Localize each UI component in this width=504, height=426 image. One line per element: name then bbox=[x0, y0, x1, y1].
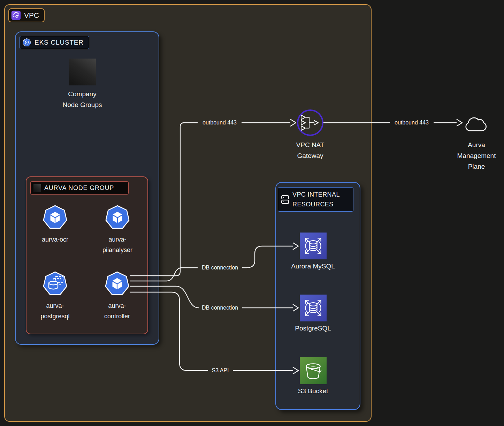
aurva-node-group-label: AURVA NODE GROUP bbox=[30, 181, 129, 195]
pod-aurva-controller-icon bbox=[104, 271, 130, 298]
pod-label-line: aurva- bbox=[84, 234, 151, 245]
aurora-mysql-icon bbox=[300, 233, 327, 259]
eks-cluster-label: EKS CLUSTER bbox=[20, 36, 89, 49]
pod-label-line: aurva-ocr bbox=[22, 234, 88, 245]
vpc-internal-resources-label-text: VPC INTERNAL RESOURCES bbox=[292, 190, 340, 209]
edge-label-outbound-443-nat: outbound 443 bbox=[203, 120, 237, 126]
pod-label-line: postgresql bbox=[22, 311, 88, 321]
internal-label-line1: VPC INTERNAL bbox=[292, 190, 340, 199]
architecture-diagram: VPC EKS CLUSTER Comp bbox=[0, 0, 504, 426]
edge-label-outbound-443-mgmt: outbound 443 bbox=[395, 120, 429, 126]
mgmt-label-line: Plane bbox=[442, 161, 504, 172]
company-node-groups-image bbox=[69, 59, 96, 85]
vpc-nat-gateway-label: VPC NAT Gateway bbox=[275, 139, 345, 161]
mgmt-label-line: Management bbox=[442, 150, 504, 161]
pod-aurva-postgresql-label: aurva- postgresql bbox=[22, 301, 88, 321]
kubernetes-icon bbox=[22, 38, 31, 47]
vpc-label: VPC bbox=[8, 8, 45, 22]
pod-aurva-piianalyser-icon bbox=[104, 204, 131, 232]
pod-label-line: controller bbox=[84, 311, 150, 321]
nat-label-line: Gateway bbox=[275, 150, 345, 161]
pod-label-line: aurva- bbox=[22, 301, 88, 311]
company-node-groups-line1: Company bbox=[47, 89, 117, 99]
pod-aurva-ocr-label: aurva-ocr bbox=[22, 234, 88, 245]
pod-aurva-ocr-icon bbox=[42, 204, 68, 232]
company-node-groups-label: Company Node Groups bbox=[47, 89, 117, 110]
vpc-nat-gateway-icon bbox=[296, 109, 324, 138]
arrowhead-mgmt bbox=[457, 119, 462, 126]
edge-label-db-connection-postgres: DB connection bbox=[202, 305, 238, 311]
pod-aurva-postgresql-icon bbox=[42, 271, 68, 298]
vpc-label-text: VPC bbox=[24, 11, 39, 20]
pod-aurva-piianalyser-label: aurva- piianalyser bbox=[84, 234, 151, 255]
nat-label-line: VPC NAT bbox=[275, 139, 345, 150]
mgmt-label-line: Aurva bbox=[442, 139, 504, 150]
postgresql-icon bbox=[300, 295, 327, 321]
edge-label-s3-api: S3 API bbox=[212, 367, 229, 374]
aurva-node-group-label-text: AURVA NODE GROUP bbox=[44, 184, 114, 192]
postgresql-label: PostgreSQL bbox=[278, 325, 348, 332]
aurva-management-plane-cloud-icon bbox=[463, 114, 490, 136]
pod-aurva-controller-label: aurva- controller bbox=[84, 301, 150, 321]
eks-cluster-label-text: EKS CLUSTER bbox=[35, 39, 84, 46]
s3-bucket-label: S3 Bucket bbox=[278, 387, 348, 395]
pod-label-line: piianalyser bbox=[84, 245, 151, 255]
vpc-icon bbox=[11, 10, 21, 20]
aurva-management-plane-label: Aurva Management Plane bbox=[442, 139, 504, 172]
resources-icon bbox=[281, 193, 289, 205]
node-group-image-icon bbox=[33, 184, 41, 192]
vpc-internal-resources-label: VPC INTERNAL RESOURCES bbox=[278, 187, 353, 212]
edge-label-db-connection-aurora: DB connection bbox=[202, 265, 238, 271]
aurora-mysql-label: Aurora MySQL bbox=[278, 263, 348, 270]
company-node-groups-line2: Node Groups bbox=[47, 99, 117, 110]
pod-label-line: aurva- bbox=[84, 301, 150, 311]
internal-label-line2: RESOURCES bbox=[292, 199, 340, 209]
s3-bucket-icon bbox=[300, 357, 327, 384]
